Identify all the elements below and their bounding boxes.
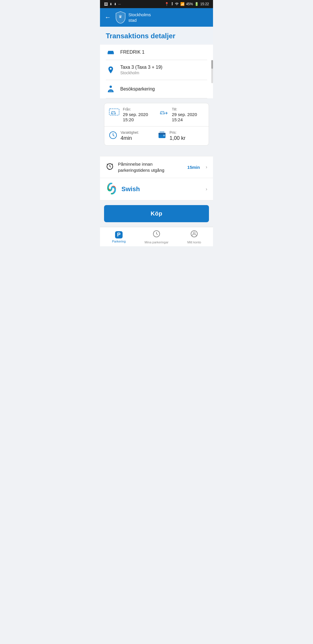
time-card-section: Från: 29 sep. 2020 15:20 <box>100 98 213 150</box>
time-card-bottom: Varaktighet: 4min Pris: 1,00 kr <box>104 126 209 145</box>
city-label: Stockholm <box>120 70 207 75</box>
signal-icon: 📶 <box>180 2 185 6</box>
location-row: Taxa 3 (Taxa 3 + 19) Stockholm <box>106 60 207 80</box>
from-label: Från: <box>123 107 148 111</box>
nav-item-parking[interactable]: P Parkering <box>100 231 138 243</box>
reminder-row[interactable]: Påminnelse innan parkeringstidens utgång… <box>100 156 213 178</box>
svg-point-18 <box>193 232 195 234</box>
duration-label: Varaktighet: <box>121 131 139 135</box>
parking-type-info: Besöksparkering <box>120 86 207 92</box>
price-label: Pris: <box>170 131 185 135</box>
svg-rect-13 <box>159 133 165 135</box>
scroll-thumb <box>211 60 213 69</box>
duration-value: 4min <box>121 135 139 141</box>
time-display: 15:22 <box>200 2 209 6</box>
swish-label: Swish <box>121 185 202 193</box>
to-text: Till: 29 sep. 2020 15:24 <box>172 107 197 122</box>
svg-point-9 <box>164 113 165 114</box>
nav-my-parking-label: Mina parkeringar <box>145 240 169 244</box>
info-section: FREDRIK 1 Taxa 3 (Taxa 3 + 19) Stockholm… <box>100 45 213 98</box>
car-icon <box>106 49 116 55</box>
clock-nav-icon <box>153 230 160 239</box>
person-parking-icon <box>106 85 116 93</box>
more-icon: ··· <box>118 2 121 6</box>
to-time: 15:24 <box>172 117 197 122</box>
time-card: Från: 29 sep. 2020 15:20 <box>104 103 209 146</box>
app-name: Stockholms stad <box>128 12 151 23</box>
from-date: 29 sep. 2020 <box>123 112 148 117</box>
battery-text: 45% <box>186 2 193 6</box>
vehicle-name: FREDRIK 1 <box>120 50 207 55</box>
swish-row[interactable]: Swish › <box>100 178 213 200</box>
swish-logo <box>106 183 117 196</box>
vehicle-info: FREDRIK 1 <box>120 50 207 55</box>
price-block: Pris: 1,00 kr <box>158 131 204 141</box>
nav-parking-label: Parkering <box>112 240 125 243</box>
app-logo: ♛ Stockholms stad <box>115 11 151 24</box>
status-bar-right: 📍 📶 45% 🔋 15:22 <box>165 2 209 7</box>
bluetooth-icon <box>170 2 173 7</box>
from-block: Från: 29 sep. 2020 15:20 <box>109 107 155 122</box>
svg-text:♛: ♛ <box>119 15 123 19</box>
back-button[interactable]: ← <box>105 14 111 21</box>
nav-item-account[interactable]: Mitt konto <box>175 230 213 244</box>
alarm-icon <box>106 162 114 172</box>
svg-rect-14 <box>163 135 165 136</box>
top-nav: ← ♛ Stockholms stad <box>100 8 213 27</box>
car-start-icon <box>109 108 119 117</box>
svg-rect-3 <box>108 53 114 54</box>
parking-badge-icon: P <box>115 231 123 238</box>
parking-type-label: Besöksparkering <box>120 86 207 92</box>
taxa-label: Taxa 3 (Taxa 3 + 19) <box>120 65 207 70</box>
download-icon-2: ⬇ <box>114 2 117 6</box>
to-date: 29 sep. 2020 <box>172 112 197 117</box>
image-icon: 🖼 <box>104 2 108 6</box>
to-block: Till: 29 sep. 2020 15:24 <box>158 107 204 122</box>
scroll-indicator <box>211 60 213 83</box>
wifi-icon <box>175 2 179 6</box>
nav-account-label: Mitt konto <box>187 240 201 244</box>
svg-point-8 <box>161 113 162 114</box>
swish-chevron-icon: › <box>206 187 207 192</box>
reminder-value: 15min <box>187 165 200 170</box>
from-time: 15:20 <box>123 117 148 122</box>
buy-section: Köp <box>100 200 213 227</box>
page-title: Transaktions detaljer <box>106 32 207 40</box>
duration-text: Varaktighet: 4min <box>121 131 139 141</box>
reminder-label: Påminnelse innan parkeringstidens utgång <box>118 161 183 173</box>
page-title-section: Transaktions detaljer <box>100 27 213 44</box>
svg-point-7 <box>115 113 116 114</box>
vehicle-row: FREDRIK 1 <box>106 45 207 60</box>
stockholm-shield-icon: ♛ <box>115 11 126 24</box>
wallet-icon <box>158 131 166 140</box>
from-text: Från: 29 sep. 2020 15:20 <box>123 107 148 122</box>
price-text: Pris: 1,00 kr <box>170 131 185 141</box>
gray-spacer <box>100 150 213 156</box>
battery-icon: 🔋 <box>194 2 199 6</box>
duration-block: Varaktighet: 4min <box>109 131 155 141</box>
location-icon: 📍 <box>165 2 169 6</box>
to-label: Till: <box>172 107 197 111</box>
download-icon-1: ⬇ <box>110 2 112 6</box>
parking-type-row: Besöksparkering <box>106 80 207 98</box>
status-bar: 🖼 ⬇ ⬇ ··· 📍 📶 45% 🔋 15:22 <box>100 0 213 8</box>
svg-point-6 <box>112 113 113 114</box>
clock-icon <box>109 131 117 141</box>
bottom-nav: P Parkering Mina parkeringar Mitt konto <box>100 227 213 246</box>
time-card-top: Från: 29 sep. 2020 15:20 <box>104 103 209 126</box>
nav-item-my-parking[interactable]: Mina parkeringar <box>138 230 175 244</box>
reminder-chevron-icon: › <box>206 164 207 170</box>
svg-point-4 <box>110 86 112 88</box>
car-end-icon <box>158 108 168 117</box>
price-value: 1,00 kr <box>170 135 185 141</box>
location-pin-icon <box>106 66 116 74</box>
location-info: Taxa 3 (Taxa 3 + 19) Stockholm <box>120 65 207 75</box>
status-bar-left: 🖼 ⬇ ⬇ ··· <box>104 2 121 6</box>
person-nav-icon <box>190 230 198 239</box>
buy-button[interactable]: Köp <box>104 205 209 222</box>
